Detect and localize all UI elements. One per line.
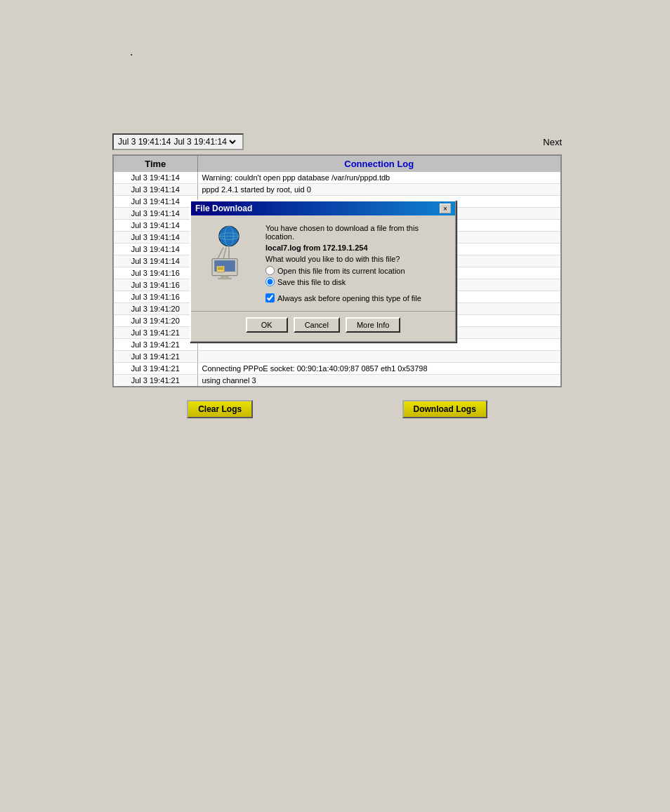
dialog-content: You have chosen to download a file from … — [265, 224, 445, 302]
msg-cell: Connecting PPPoE socket: 00:90:1a:40:09:… — [197, 363, 561, 375]
table-row: Jul 3 19:41:14Warning: couldn't open ppp… — [113, 172, 561, 184]
radio-save[interactable] — [265, 277, 275, 286]
date-label: Jul 3 19:41:14 — [118, 137, 171, 147]
radio-save-option[interactable]: Save this file to disk — [265, 277, 445, 286]
table-row: Jul 3 19:41:14pppd 2.4.1 started by root… — [113, 184, 561, 196]
dialog-icon — [201, 224, 257, 280]
checkbox-option[interactable]: Always ask before opening this type of f… — [265, 293, 445, 302]
top-bar: Jul 3 19:41:14 Jul 3 19:41:14 Next — [112, 133, 562, 150]
time-cell: Jul 3 19:41:14 — [113, 196, 197, 208]
checkbox-label: Always ask before opening this type of f… — [277, 294, 421, 302]
dialog-moreinfo-button[interactable]: More Info — [346, 317, 400, 333]
dialog-title: File Download — [195, 204, 252, 213]
svg-rect-12 — [218, 267, 223, 270]
dialog-ok-button[interactable]: OK — [246, 317, 288, 333]
time-cell: Jul 3 19:41:14 — [113, 244, 197, 255]
time-cell: Jul 3 19:41:16 — [113, 267, 197, 279]
dialog-message: You have chosen to download a file from … — [265, 224, 445, 241]
svg-line-4 — [218, 248, 223, 259]
radio-open-option[interactable]: Open this file from its current location — [265, 266, 445, 275]
col-header-connlog: Connection Log — [197, 155, 561, 172]
svg-point-3 — [219, 233, 239, 240]
table-row: Jul 3 19:41:21using channel 3 — [113, 375, 561, 387]
table-row: Jul 3 19:41:21 — [113, 351, 561, 363]
radio-open[interactable] — [265, 266, 275, 275]
always-ask-checkbox[interactable] — [265, 293, 275, 302]
time-cell: Jul 3 19:41:21 — [113, 339, 197, 351]
dialog-cancel-button[interactable]: Cancel — [294, 317, 340, 333]
msg-cell: Warning: couldn't open ppp database /var… — [197, 172, 561, 184]
time-cell: Jul 3 19:41:16 — [113, 291, 197, 303]
time-cell: Jul 3 19:41:21 — [113, 351, 197, 363]
dialog-question: What would you like to do with this file… — [265, 255, 445, 263]
svg-rect-10 — [218, 278, 232, 279]
time-cell: Jul 3 19:41:21 — [113, 327, 197, 339]
time-cell: Jul 3 19:41:21 — [113, 363, 197, 375]
file-download-dialog: File Download × — [190, 200, 456, 342]
col-header-time: Time — [113, 155, 197, 172]
time-cell: Jul 3 19:41:14 — [113, 172, 197, 184]
dialog-footer: OK Cancel More Info — [191, 311, 455, 341]
msg-cell — [197, 351, 561, 363]
time-cell: Jul 3 19:41:14 — [113, 208, 197, 220]
dialog-filename: local7.log from 172.19.1.254 — [265, 244, 445, 252]
date-selector[interactable]: Jul 3 19:41:14 Jul 3 19:41:14 — [112, 133, 244, 150]
msg-cell: using channel 3 — [197, 375, 561, 387]
date-dropdown[interactable]: Jul 3 19:41:14 — [171, 136, 238, 147]
time-cell: Jul 3 19:41:20 — [113, 315, 197, 327]
svg-line-5 — [223, 248, 226, 259]
time-cell: Jul 3 19:41:14 — [113, 184, 197, 196]
next-button[interactable]: Next — [543, 137, 562, 147]
time-cell: Jul 3 19:41:14 — [113, 220, 197, 232]
time-cell: Jul 3 19:41:21 — [113, 375, 197, 387]
radio-open-label: Open this file from its current location — [277, 267, 405, 275]
table-row: Jul 3 19:41:21Connecting PPPoE socket: 0… — [113, 363, 561, 375]
time-cell: Jul 3 19:41:14 — [113, 232, 197, 244]
clear-logs-button[interactable]: Clear Logs — [187, 400, 253, 418]
time-cell: Jul 3 19:41:14 — [113, 255, 197, 267]
bottom-bar: Clear Logs Download Logs — [112, 400, 562, 418]
msg-cell: pppd 2.4.1 started by root, uid 0 — [197, 184, 561, 196]
radio-save-label: Save this file to disk — [277, 278, 346, 286]
dialog-close-button[interactable]: × — [440, 204, 451, 213]
svg-rect-9 — [221, 276, 229, 278]
dialog-titlebar: File Download × — [191, 201, 455, 215]
time-cell: Jul 3 19:41:16 — [113, 279, 197, 291]
download-logs-button[interactable]: Download Logs — [402, 400, 487, 418]
dialog-body: You have chosen to download a file from … — [191, 215, 455, 311]
time-cell: Jul 3 19:41:20 — [113, 303, 197, 315]
dot: . — [130, 46, 133, 58]
